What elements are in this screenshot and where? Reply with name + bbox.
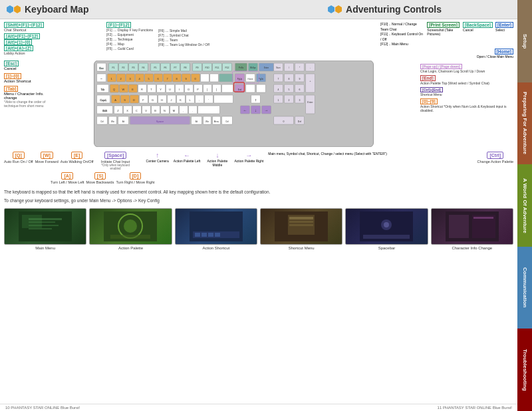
space-key: [Space] [104,152,126,159]
palette-down: ↓ Action Palette Middle [202,152,232,167]
tab-key: [Tab] [4,86,18,92]
top-controls: [Shift]+[F1]~[F12] Chat Shortcut [Alt]+[… [4,22,513,59]
shift-desc: Chat Shortcut [4,28,104,32]
sidebar-section-communication[interactable]: Communication [517,247,532,329]
keyboard-svg: Esc [50,61,418,147]
svg-text:Q: Q [113,88,115,91]
esc-control: [Esc] Cancel [4,61,47,70]
right-title-area: Adventuring Controls [259,4,511,15]
arrow-up-control: ↑ Center Camera [146,152,169,163]
svg-text:↑: ↑ [255,98,257,102]
svg-text:0: 0 [283,120,285,123]
sidebar-section-troubleshooting[interactable]: Troubleshooting [517,329,532,411]
svg-text:F6: F6 [164,67,166,69]
s-control: [S] Move Backwards [86,172,114,185]
palette-left-desc: Action Palette Left [174,159,201,163]
footer-left: 10 PHANTASY STAR ONLINE Blue Burst! [5,406,80,410]
sidebar-section-setup[interactable]: Setup [517,0,532,82]
svg-rect-228 [215,233,220,237]
tab-desc: Menu / Character Info. change [4,92,47,100]
right-page-number: 11 [438,406,442,410]
fkey-header: [F1]~[F12] [F1] .... Display F key Funct… [106,22,378,51]
ctrl-end-control: [Ctrl]+[End] Shortcut Menu [420,87,513,96]
pageupdown-key: [Page up] / [Page down] [420,64,462,69]
svg-text:Esc: Esc [99,67,104,70]
svg-text:I: I [179,88,180,91]
e-desc: Auto Walking On/Off [61,160,94,164]
print-screen-group: [Print Screen] Screenshot (Take Pictures… [427,22,460,47]
screenshot-main-menu: Main Menu [4,208,86,250]
space-control: [Space] Initiate Chat Input *Only when k… [96,152,136,171]
palette-middle-desc: Action Palette Middle [202,159,232,167]
svg-text:Win: Win [111,120,114,123]
home-group: [Home] Open / Close Main Menu [380,49,513,59]
shift-control: [Shift]+[F1]~[F12] Chat Shortcut [4,22,104,32]
svg-text:.: . [192,109,193,112]
svg-text:]: ] [216,88,217,91]
svg-text:4: 4 [278,88,279,91]
action-desc: Action Shortcut [4,79,47,83]
svg-text:PgUp: PgUp [237,78,243,80]
page-header: Keyboard Map Adventuring Controls [0,0,517,19]
print-screen-key: [Print Screen] [427,22,460,28]
svg-text:F7: F7 [174,67,176,69]
svg-rect-239 [449,215,469,238]
num-desc: Action Shortcut *Only when Num Lock & Ke… [420,104,513,112]
f1-f12-key: [F1]~[F12] [106,22,131,28]
svg-text:Shift: Shift [102,110,107,112]
hex-icon-right [328,5,342,13]
sidebar-section-world[interactable]: A World Of Adventure [517,164,532,247]
sidebar-label-setup: Setup [522,34,528,49]
svg-text:V: V [145,109,147,112]
svg-text:End: End [238,88,242,91]
svg-text:U: U [169,88,171,91]
svg-text:7: 7 [278,78,279,80]
svg-text:M: M [173,109,175,112]
ctrl-end-key: [Ctrl]+[End] [420,87,443,92]
svg-rect-217 [29,225,59,226]
svg-rect-0 [94,61,374,147]
right-controls-top: [F10] .. Normal / Change Team Chat [F11]… [380,22,513,59]
svg-text:P: P [197,88,199,91]
alt-controls: [Alt]+[F1]~[F12] [Alt]+[1]~[0] [Alt]+[A]… [4,33,104,55]
screenshot-thumb-6 [431,208,513,245]
svg-text:F12: F12 [225,67,229,69]
screenshot-label-3: Action Shortcut [202,246,229,250]
svg-rect-114 [306,74,315,92]
left-page-title: Keyboard Map [25,4,88,15]
screenshot-thumb-4 [260,208,342,245]
page-desc: Chat Login, Chatroom Log Scroll Up / Dow… [420,69,513,73]
svg-text:;: ; [199,98,200,102]
svg-text:Enter: Enter [307,101,313,104]
svg-rect-235 [363,235,410,239]
arrow-up-icon: ↑ [156,152,159,159]
screenshot-thumb-3 [175,208,257,245]
print-desc: Screenshot (Take Pictures) [427,28,460,36]
right-page-title: Adventuring Controls [346,4,442,15]
screenshots-section: Main Menu Action Palette Action Shortcut [4,208,513,250]
svg-point-221 [124,219,137,233]
screenshot-spacebar: Spacebar [345,208,428,250]
a-control: [A] Turn Left / Move Left [51,172,84,185]
sidebar-section-preparing[interactable]: Preparing For Adventure [517,82,532,165]
backspace-desc: Cancel [463,28,493,32]
f10-f12-group: [F10] .. Normal / Change Team Chat [F11]… [380,22,424,47]
enter-desc: Select [495,28,513,32]
svg-text:Home: Home [247,78,253,80]
svg-text:F10: F10 [205,67,209,69]
svg-rect-222 [110,235,150,239]
svg-rect-178 [306,95,315,114]
num-key: [0]~[9] [420,98,438,104]
svg-rect-165 [198,106,220,114]
svg-text:Alt: Alt [122,120,125,123]
left-arrow-icon: ← [184,152,190,159]
svg-rect-121 [257,84,266,92]
e-key: [E] [71,152,82,159]
svg-rect-241 [473,217,493,219]
hex-icon-left [7,5,21,13]
sidebar-label-communication: Communication [522,267,528,307]
svg-rect-120 [246,84,255,92]
svg-text:Tab: Tab [101,88,105,91]
a-desc: Turn Left / Move Left [51,180,84,185]
right-arrow-icon: → [245,152,252,159]
